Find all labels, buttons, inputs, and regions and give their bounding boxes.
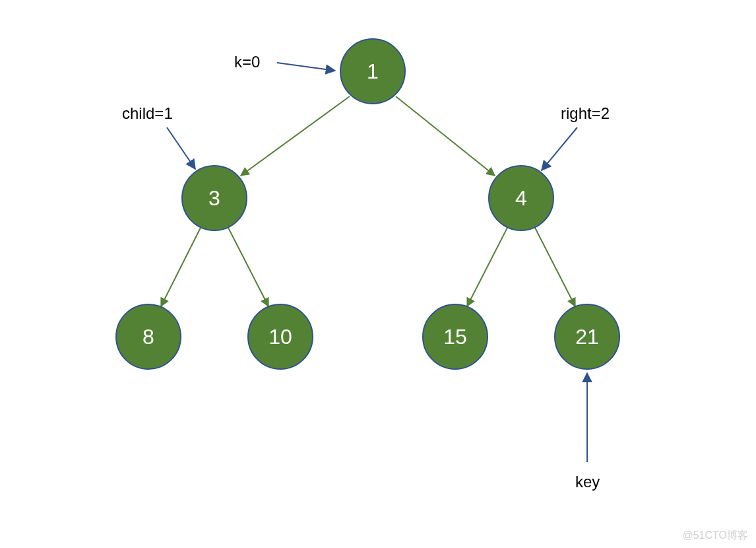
node-value: 8 — [142, 325, 154, 349]
svg-line-4 — [467, 226, 508, 306]
node-value: 1 — [367, 59, 379, 84]
label-key: key — [575, 473, 600, 491]
svg-line-6 — [277, 63, 335, 71]
label-child: child=1 — [122, 104, 173, 123]
tree-node-left: 3 — [181, 165, 247, 231]
svg-line-1 — [396, 96, 495, 176]
svg-line-0 — [241, 96, 350, 176]
svg-line-8 — [542, 127, 577, 170]
watermark: @51CTO博客 — [682, 529, 748, 543]
label-right: right=2 — [561, 104, 610, 123]
tree-node-root: 1 — [340, 38, 406, 104]
svg-line-5 — [534, 226, 575, 306]
svg-line-2 — [161, 226, 201, 306]
tree-node-leaf-3: 21 — [554, 304, 620, 370]
tree-node-leaf-1: 10 — [247, 304, 313, 370]
label-k: k=0 — [234, 53, 260, 71]
node-value: 21 — [575, 325, 599, 349]
tree-node-leaf-2: 15 — [422, 304, 488, 370]
tree-node-right: 4 — [488, 165, 554, 231]
node-value: 10 — [268, 325, 292, 349]
node-value: 15 — [443, 325, 467, 349]
node-value: 3 — [208, 186, 220, 211]
svg-line-7 — [167, 127, 195, 169]
node-value: 4 — [515, 186, 527, 211]
tree-node-leaf-0: 8 — [115, 304, 181, 370]
svg-line-3 — [228, 226, 268, 306]
